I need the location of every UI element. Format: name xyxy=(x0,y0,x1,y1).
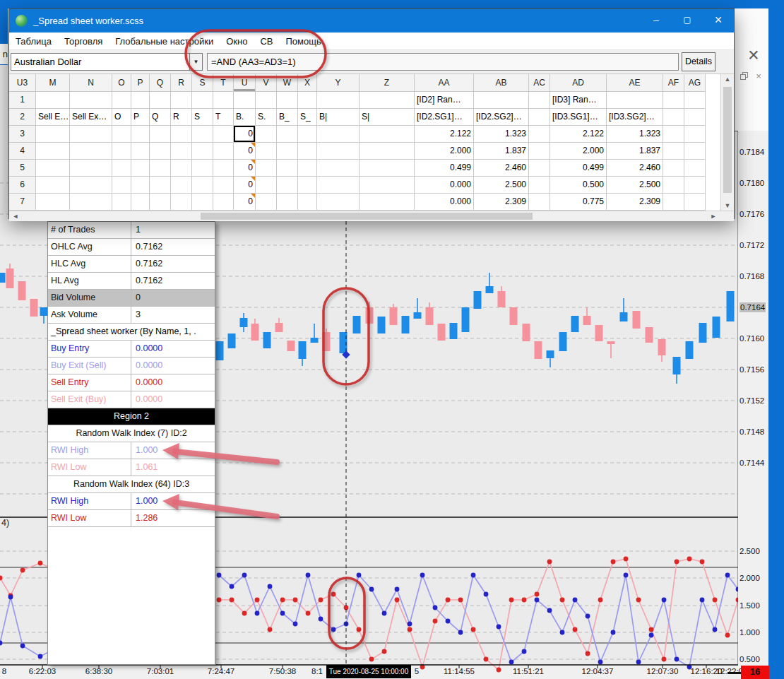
chevron-down-icon[interactable]: ▼ xyxy=(189,54,202,70)
details-button[interactable]: Details xyxy=(682,52,715,71)
grid-cell-N7[interactable] xyxy=(70,194,112,211)
grid-cell-AC3[interactable] xyxy=(529,126,550,143)
grid-cell-AG1[interactable] xyxy=(684,92,706,109)
grid-cell-AF3[interactable] xyxy=(663,126,684,143)
grid-cell-M7[interactable] xyxy=(36,194,70,211)
grid-cell-AC1[interactable] xyxy=(529,92,550,109)
grid-cell-V2[interactable]: S. xyxy=(256,109,277,126)
column-header-AA[interactable]: AA xyxy=(415,74,474,92)
grid-cell-R5[interactable] xyxy=(171,160,192,177)
column-header-AF[interactable]: AF xyxy=(663,74,684,92)
grid-cell-AC2[interactable] xyxy=(529,109,550,126)
small-close-icon[interactable]: × xyxy=(753,71,764,81)
column-header-S[interactable]: S xyxy=(192,74,213,92)
grid-cell-N3[interactable] xyxy=(70,126,112,143)
grid-cell-AB4[interactable]: 1.837 xyxy=(474,143,529,160)
grid-cell-W1[interactable] xyxy=(277,92,298,109)
menu-item-5[interactable]: Помощь xyxy=(279,36,327,47)
grid-cell-V1[interactable] xyxy=(256,92,277,109)
grid-cell-Y3[interactable] xyxy=(317,126,360,143)
grid-cell-T4[interactable] xyxy=(213,143,234,160)
grid-cell-Q6[interactable] xyxy=(150,177,171,194)
vertical-scrollbar[interactable]: ▲ ▼ xyxy=(720,74,734,211)
grid-cell-M3[interactable] xyxy=(36,126,70,143)
grid-cell-T5[interactable] xyxy=(213,160,234,177)
grid-cell-M4[interactable] xyxy=(36,143,70,160)
grid-cell-T3[interactable] xyxy=(213,126,234,143)
underlying-close-icon[interactable]: × xyxy=(742,44,766,68)
grid-cell-Y6[interactable] xyxy=(317,177,360,194)
grid-cell-AD6[interactable]: 0.500 xyxy=(550,177,607,194)
grid-cell-W5[interactable] xyxy=(277,160,298,177)
grid-cell-Z6[interactable] xyxy=(360,177,415,194)
column-header-X[interactable]: X xyxy=(298,74,317,92)
spreadsheet-window[interactable]: _Spread sheet worker.scss – ▢ × ТаблицаТ… xyxy=(8,8,735,219)
grid-cell-P6[interactable] xyxy=(131,177,150,194)
menu-item-3[interactable]: Окно xyxy=(220,36,254,47)
grid-cell-O1[interactable] xyxy=(112,92,131,109)
grid-cell-R6[interactable] xyxy=(171,177,192,194)
row-header-7[interactable]: 7 xyxy=(9,194,36,211)
grid-cell-AA6[interactable]: 0.000 xyxy=(415,177,474,194)
grid-cell-U4[interactable]: 0 xyxy=(234,143,256,160)
grid-cell-S6[interactable] xyxy=(192,177,213,194)
grid-cell-AG7[interactable] xyxy=(684,194,706,211)
restore-icon[interactable] xyxy=(738,71,749,81)
grid-cell-P1[interactable] xyxy=(131,92,150,109)
grid-cell-S1[interactable] xyxy=(192,92,213,109)
grid-cell-Y1[interactable] xyxy=(317,92,360,109)
window-titlebar[interactable]: _Spread sheet worker.scss – ▢ × xyxy=(9,9,734,33)
grid-cell-Q2[interactable]: Q xyxy=(150,109,171,126)
grid-cell-T1[interactable] xyxy=(213,92,234,109)
grid-cell-AE6[interactable]: 2.500 xyxy=(607,177,663,194)
column-header-AC[interactable]: AC xyxy=(529,74,550,92)
grid-cell-X3[interactable] xyxy=(298,126,317,143)
grid-cell-AC6[interactable] xyxy=(529,177,550,194)
column-header-P[interactable]: P xyxy=(131,74,150,92)
grid-cell-W2[interactable]: B_ xyxy=(277,109,298,126)
grid-cell-Y4[interactable] xyxy=(317,143,360,160)
grid-cell-AD5[interactable]: 0.499 xyxy=(550,160,607,177)
grid-cell-Q3[interactable] xyxy=(150,126,171,143)
scroll-down-icon[interactable]: ▼ xyxy=(721,202,734,209)
column-header-V[interactable]: V xyxy=(256,74,277,92)
minimize-button[interactable]: – xyxy=(641,9,672,33)
grid-cell-Z5[interactable] xyxy=(360,160,415,177)
grid-cell-U3[interactable]: 0 xyxy=(234,126,256,143)
grid-cell-R3[interactable] xyxy=(171,126,192,143)
column-header-AD[interactable]: AD xyxy=(550,74,607,92)
grid-cell-S4[interactable] xyxy=(192,143,213,160)
grid-cell-P2[interactable]: P xyxy=(131,109,150,126)
grid-cell-N1[interactable] xyxy=(70,92,112,109)
grid-cell-M1[interactable] xyxy=(36,92,70,109)
grid-cell-AD7[interactable]: 0.775 xyxy=(550,194,607,211)
menu-item-4[interactable]: СВ xyxy=(254,36,279,47)
grid-cell-AC4[interactable] xyxy=(529,143,550,160)
column-header-O[interactable]: O xyxy=(112,74,131,92)
grid-cell-O5[interactable] xyxy=(112,160,131,177)
column-header-Q[interactable]: Q xyxy=(150,74,171,92)
grid-cell-Z7[interactable] xyxy=(360,194,415,211)
grid-cell-S5[interactable] xyxy=(192,160,213,177)
grid-cell-R7[interactable] xyxy=(171,194,192,211)
row-header-6[interactable]: 6 xyxy=(9,177,36,194)
grid-cell-P4[interactable] xyxy=(131,143,150,160)
grid-cell-Z4[interactable] xyxy=(360,143,415,160)
grid-cell-O3[interactable] xyxy=(112,126,131,143)
grid-cell-X4[interactable] xyxy=(298,143,317,160)
spreadsheet-grid[interactable]: U3MNOPQRSTUVWXYZAAABACADAEAFAG1[ID2] Ran… xyxy=(9,74,734,211)
grid-cell-AD4[interactable]: 2.000 xyxy=(550,143,607,160)
grid-cell-M2[interactable]: Sell E… xyxy=(36,109,70,126)
grid-cell-AB5[interactable]: 2.460 xyxy=(474,160,529,177)
column-header-M[interactable]: M xyxy=(36,74,70,92)
grid-cell-AD1[interactable]: [ID3] Ran… xyxy=(550,92,607,109)
grid-cell-AA2[interactable]: [ID2.SG1]… xyxy=(415,109,474,126)
grid-cell-N5[interactable] xyxy=(70,160,112,177)
price-axis[interactable]: 0.71840.71800.71760.71720.71680.71640.71… xyxy=(738,131,768,665)
grid-cell-M5[interactable] xyxy=(36,160,70,177)
grid-cell-V6[interactable] xyxy=(256,177,277,194)
column-header-R[interactable]: R xyxy=(171,74,192,92)
symbol-combobox[interactable]: Australian Dollar ▼ xyxy=(11,53,203,71)
grid-cell-X7[interactable] xyxy=(298,194,317,211)
column-header-W[interactable]: W xyxy=(277,74,298,92)
